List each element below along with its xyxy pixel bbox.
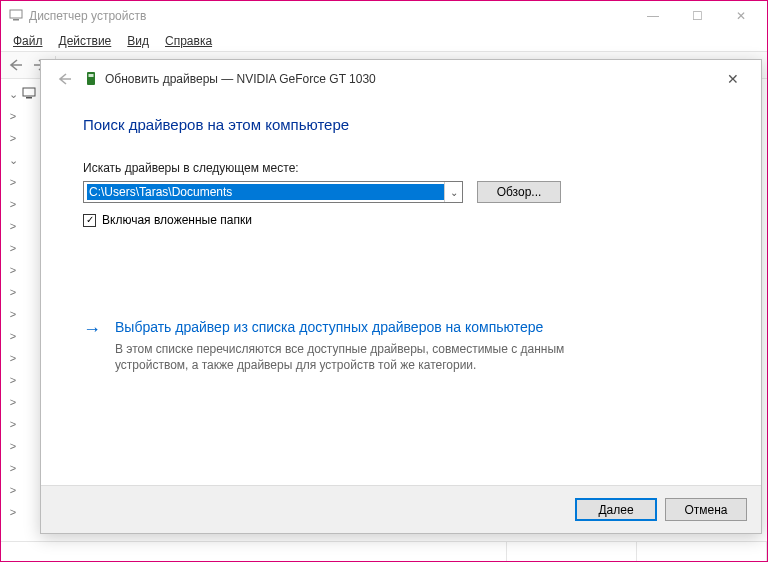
device-manager-window: Диспетчер устройств — ☐ ✕ Файл Действие … <box>0 0 768 562</box>
browse-button[interactable]: Обзор... <box>477 181 561 203</box>
cancel-button[interactable]: Отмена <box>665 498 747 521</box>
close-button[interactable]: ✕ <box>719 2 763 30</box>
include-subfolders-label: Включая вложенные папки <box>102 213 252 227</box>
expander-icon[interactable]: > <box>7 110 19 122</box>
tree-item[interactable]: > <box>7 283 41 301</box>
tree-item[interactable]: > <box>7 393 41 411</box>
menu-view[interactable]: Вид <box>119 32 157 50</box>
computer-icon <box>22 87 36 102</box>
expander-open-icon[interactable]: ⌄ <box>7 154 19 167</box>
tree-item[interactable]: > <box>7 239 41 257</box>
minimize-button[interactable]: — <box>631 2 675 30</box>
titlebar: Диспетчер устройств — ☐ ✕ <box>1 1 767 31</box>
svg-rect-2 <box>23 88 35 96</box>
expander-icon[interactable]: > <box>7 220 19 232</box>
expander-icon[interactable]: > <box>7 440 19 452</box>
dialog-heading: Поиск драйверов на этом компьютере <box>83 116 719 133</box>
pick-from-list-option[interactable]: → Выбрать драйвер из списка доступных др… <box>83 317 719 373</box>
wizard-back-button[interactable] <box>53 68 75 90</box>
menu-file[interactable]: Файл <box>5 32 51 50</box>
tree-item[interactable]: > <box>7 305 41 323</box>
option-title: Выбрать драйвер из списка доступных драй… <box>115 317 555 337</box>
statusbar <box>1 541 767 561</box>
tree-item[interactable]: > <box>7 371 41 389</box>
dialog-footer: Далее Отмена <box>41 485 761 533</box>
tree-item[interactable]: > <box>7 481 41 499</box>
expander-icon[interactable]: > <box>7 418 19 430</box>
tree-item[interactable]: > <box>7 195 41 213</box>
svg-rect-1 <box>13 19 19 21</box>
tree-item[interactable]: > <box>7 129 41 147</box>
dialog-header: Обновить драйверы — NVIDIA GeForce GT 10… <box>41 60 761 98</box>
dialog-body: Поиск драйверов на этом компьютере Искат… <box>41 98 761 485</box>
path-combobox[interactable]: C:\Users\Taras\Documents ⌄ <box>83 181 463 203</box>
tree-item[interactable]: > <box>7 217 41 235</box>
menu-help[interactable]: Справка <box>157 32 220 50</box>
option-description: В этом списке перечисляются все доступны… <box>115 341 615 373</box>
expander-icon[interactable]: > <box>7 264 19 276</box>
dialog-title: Обновить драйверы — NVIDIA GeForce GT 10… <box>105 72 376 86</box>
expander-icon[interactable]: > <box>7 330 19 342</box>
include-subfolders-checkbox[interactable]: ✓ Включая вложенные папки <box>83 213 719 227</box>
expander-icon[interactable]: > <box>7 352 19 364</box>
maximize-button[interactable]: ☐ <box>675 2 719 30</box>
expander-icon[interactable]: > <box>7 198 19 210</box>
expander-icon[interactable]: > <box>7 242 19 254</box>
expander-icon[interactable]: > <box>7 374 19 386</box>
device-icon <box>85 71 97 87</box>
svg-rect-3 <box>26 97 32 99</box>
svg-rect-5 <box>89 74 94 77</box>
svg-rect-4 <box>87 72 95 85</box>
expander-icon[interactable]: > <box>7 506 19 518</box>
expander-icon[interactable]: > <box>7 308 19 320</box>
checkbox-icon: ✓ <box>83 214 96 227</box>
menubar: Файл Действие Вид Справка <box>1 31 767 51</box>
tree-item[interactable]: > <box>7 327 41 345</box>
tree-item[interactable]: > <box>7 437 41 455</box>
menu-action[interactable]: Действие <box>51 32 120 50</box>
app-icon <box>9 8 23 25</box>
path-value: C:\Users\Taras\Documents <box>87 184 444 200</box>
search-location-label: Искать драйверы в следующем месте: <box>83 161 719 175</box>
expander-open-icon[interactable]: ⌄ <box>7 88 19 101</box>
tree-item[interactable]: > <box>7 503 41 521</box>
expander-icon[interactable]: > <box>7 396 19 408</box>
svg-rect-0 <box>10 10 22 18</box>
expander-icon[interactable]: > <box>7 462 19 474</box>
tree-item[interactable]: ⌄ <box>7 151 41 169</box>
tree-item[interactable]: > <box>7 107 41 125</box>
tree-item[interactable]: > <box>7 459 41 477</box>
expander-icon[interactable]: > <box>7 176 19 188</box>
expander-icon[interactable]: > <box>7 286 19 298</box>
nav-back-icon[interactable] <box>5 54 27 76</box>
update-drivers-dialog: Обновить драйверы — NVIDIA GeForce GT 10… <box>40 59 762 534</box>
tree-item[interactable]: > <box>7 173 41 191</box>
window-title: Диспетчер устройств <box>29 9 625 23</box>
expander-icon[interactable]: > <box>7 132 19 144</box>
expander-icon[interactable]: > <box>7 484 19 496</box>
device-tree: ⌄ > > ⌄ > > > > > > > > > > > > > > > > <box>7 85 41 525</box>
next-button[interactable]: Далее <box>575 498 657 521</box>
right-arrow-icon: → <box>83 319 101 339</box>
tree-root[interactable]: ⌄ <box>7 85 41 103</box>
dialog-close-button[interactable]: ✕ <box>713 64 753 94</box>
tree-item[interactable]: > <box>7 415 41 433</box>
tree-item[interactable]: > <box>7 349 41 367</box>
chevron-down-icon[interactable]: ⌄ <box>444 182 462 202</box>
tree-item[interactable]: > <box>7 261 41 279</box>
